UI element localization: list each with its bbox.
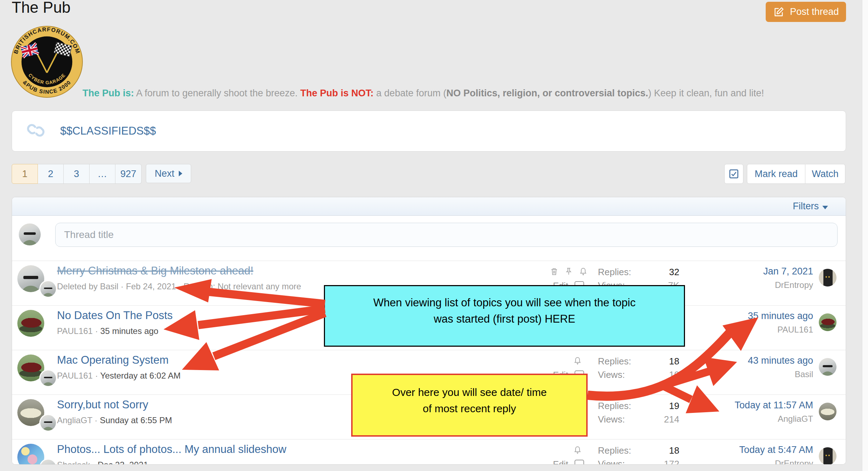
thread-start-date: Sunday at 6:55 PM [100,415,172,425]
desc-is-text: A forum to generally shoot the breeze. [134,88,301,98]
views-value: 214 [632,414,679,425]
desc-is-label: The Pub is: [82,88,134,98]
trash-icon[interactable] [549,267,559,276]
last-post-date[interactable]: Jan 7, 2021 [707,266,813,277]
edit-controls: Edit [553,459,584,465]
moderation-icons [549,267,588,276]
pagination: 1 2 3 … 927 Next [12,164,191,184]
views-label: Views: [598,414,625,425]
moderation-icons [573,445,582,455]
thread-author[interactable]: PAUL161 [57,326,93,336]
last-post-user: PAUL161 [707,325,813,335]
bell-icon[interactable] [578,267,588,276]
thread-title-link[interactable]: No Dates On The Posts [57,309,173,322]
post-thread-button[interactable]: Post thread [766,2,846,22]
page-title: The Pub [12,0,70,16]
avatar [19,223,41,245]
bell-icon[interactable] [573,445,582,455]
filters-label: Filters [793,201,819,211]
quick-thread-row [12,216,846,261]
watch-button[interactable]: Watch [805,164,845,184]
desc-tail: ) Keep it clean, fun and lite! [648,88,764,98]
thread-title-link[interactable]: Photos... Lots of photos... My annual sl… [57,443,286,456]
replies-label: Replies: [598,356,631,367]
forum-description: The Pub is: A forum to generally shoot t… [82,88,783,99]
filters-menu[interactable]: Filters [793,201,828,212]
thread-meta: AngliaGT · Sunday at 6:55 PM [57,415,172,425]
thread-author[interactable]: PAUL161 [57,371,93,380]
thread-title-link[interactable]: Sorry,but not Sorry [57,398,148,411]
classifieds-link[interactable]: $$CLASSIFIEDS$$ [60,125,156,137]
thread-title-link[interactable]: Mac Operating System [57,354,169,367]
bell-icon[interactable] [573,356,582,365]
thread-meta: Sherlock · Dec 23, 2021 [57,460,148,465]
last-poster-avatar [819,358,836,376]
desc-not-text: a debate forum ( [373,88,446,98]
last-poster-avatar [819,403,836,420]
note-line: When viewing list of topics you will see… [325,295,684,311]
thread-meta: PAUL161 · Yesterday at 6:02 AM [57,371,181,381]
avatar [17,310,44,337]
forum-page: The Pub Post thread [0,0,868,471]
views-value: 10 [632,369,679,380]
last-post-user: DrEntropy [707,459,813,465]
page-button-2[interactable]: 2 [38,164,64,184]
classifieds-card: $$CLASSIFIEDS$$ [12,110,846,152]
select-all-button[interactable] [724,164,743,184]
annotation-last-reply-note: Over here you will see date/ time of mos… [351,374,588,437]
edit-label[interactable]: Edit [553,459,568,465]
last-post-date[interactable]: 35 minutes ago [707,311,813,322]
replies-value: 19 [632,401,679,412]
replies-value: 32 [632,267,679,278]
next-page-button[interactable]: Next [146,164,191,183]
desc-not-bold: NO Politics, religion, or controversial … [446,88,648,98]
thread-row-photos: Photos... Lots of photos... My annual sl… [12,439,846,465]
thread-meta: PAUL161 · 35 minutes ago [57,326,158,336]
replies-label: Replies: [598,401,631,412]
thread-title-input[interactable] [55,223,838,247]
pencil-icon [773,6,785,18]
last-post-date[interactable]: Today at 5:47 AM [707,444,813,455]
last-post-user: Basil [707,369,813,379]
avatar-mini [39,369,57,387]
thread-start-date: Dec 23, 2021 [98,460,148,465]
page-button-3[interactable]: 3 [64,164,90,184]
next-label: Next [155,168,175,179]
last-poster-avatar [819,313,836,331]
moderation-icons [573,356,582,365]
thread-start-date: 35 minutes ago [100,326,158,336]
replies-value: 18 [632,445,679,456]
chevron-down-icon [822,206,828,209]
thread-author[interactable]: AngliaGT [57,415,92,425]
last-post-user: AngliaGT [707,414,813,424]
scrollbar-track[interactable] [862,0,868,471]
replies-value: 18 [632,356,679,367]
avatar-mini [39,280,57,298]
desc-not-label: The Pub is NOT: [300,88,373,98]
chevron-right-icon [179,171,182,176]
last-post-user: DrEntropy [707,280,813,290]
link-icon [25,119,47,143]
page-button-927[interactable]: 927 [115,164,142,184]
page-button-ellipsis[interactable]: … [90,164,115,184]
avatar-mini [39,414,57,432]
thread-meta: Deleted by Basil · Feb 24, 2021 · Reason… [57,282,301,291]
note-line: Over here you will see date/ time [353,384,586,401]
views-value: 172 [632,459,679,465]
annotation-start-date-note: When viewing list of topics you will see… [324,285,685,347]
last-poster-avatar [819,447,836,465]
last-post-date[interactable]: Today at 11:57 AM [707,400,813,411]
page-button-1[interactable]: 1 [12,164,38,184]
thread-start-date: Yesterday at 6:02 AM [100,371,181,380]
thread-author[interactable]: Sherlock [57,460,90,465]
last-poster-avatar [819,269,836,286]
filters-bar: Filters [12,197,846,216]
row-checkbox[interactable] [575,460,584,465]
last-post-date[interactable]: 43 minutes ago [707,355,813,366]
pin-icon[interactable] [564,267,573,276]
list-toolbar: Mark read Watch [724,164,845,184]
thread-title-link[interactable]: Merry Christmas & Big Milestone ahead! [57,265,253,277]
mark-read-button[interactable]: Mark read [747,164,805,184]
avatar [17,444,44,465]
checkbox-checked-icon [729,169,739,179]
